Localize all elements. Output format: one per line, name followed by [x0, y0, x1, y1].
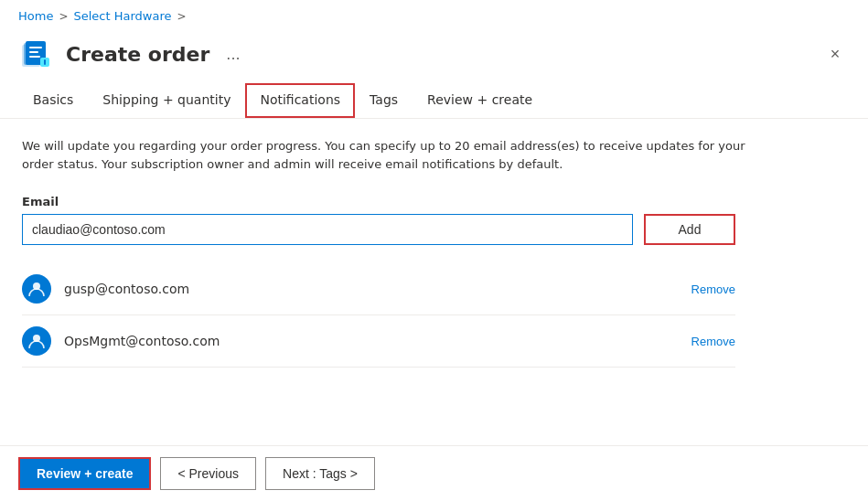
tab-bar: Basics Shipping + quantity Notifications…	[0, 83, 868, 119]
tab-notifications[interactable]: Notifications	[245, 83, 355, 118]
previous-button[interactable]: < Previous	[160, 457, 256, 490]
tab-shipping-quantity[interactable]: Shipping + quantity	[88, 83, 245, 118]
tab-tags[interactable]: Tags	[355, 83, 413, 118]
svg-rect-5	[29, 56, 40, 58]
remove-button-1[interactable]: Remove	[691, 282, 735, 296]
email-list: gusp@contoso.com Remove OpsMgmt@contoso.…	[22, 263, 735, 368]
remove-button-2[interactable]: Remove	[691, 335, 735, 348]
svg-rect-7	[44, 59, 46, 65]
email-address-1: gusp@contoso.com	[64, 282, 679, 296]
next-button[interactable]: Next : Tags >	[265, 457, 375, 490]
page-container: Home > Select Hardware > Create orde	[0, 0, 868, 501]
email-list-item: gusp@contoso.com Remove	[22, 263, 735, 315]
breadcrumb: Home > Select Hardware >	[0, 0, 868, 28]
email-input[interactable]	[22, 214, 633, 245]
header-left: Create order ...	[18, 36, 241, 72]
breadcrumb-sep1: >	[59, 10, 68, 23]
email-address-2: OpsMgmt@contoso.com	[64, 334, 679, 348]
svg-rect-4	[29, 51, 38, 53]
header: Create order ... ×	[0, 28, 868, 83]
avatar-2	[22, 326, 51, 356]
header-ellipsis[interactable]: ...	[226, 46, 240, 63]
page-title: Create order	[66, 43, 209, 66]
footer: Review + create < Previous Next : Tags >	[0, 445, 868, 501]
tab-basics[interactable]: Basics	[18, 83, 88, 118]
close-button[interactable]: ×	[820, 39, 850, 69]
tab-review-create[interactable]: Review + create	[413, 83, 547, 118]
email-label: Email	[22, 195, 846, 208]
review-create-button[interactable]: Review + create	[18, 457, 151, 490]
main-content: We will update you regarding your order …	[0, 119, 868, 386]
svg-rect-3	[29, 47, 42, 48]
create-order-icon	[18, 36, 55, 72]
email-input-row: Add	[22, 214, 735, 245]
breadcrumb-sep2: >	[177, 10, 186, 23]
email-list-item: OpsMgmt@contoso.com Remove	[22, 315, 735, 368]
breadcrumb-home[interactable]: Home	[18, 9, 53, 23]
avatar-1	[22, 274, 51, 304]
breadcrumb-select-hardware[interactable]: Select Hardware	[73, 9, 171, 23]
add-button[interactable]: Add	[644, 214, 735, 245]
description-text: We will update you regarding your order …	[22, 137, 772, 173]
